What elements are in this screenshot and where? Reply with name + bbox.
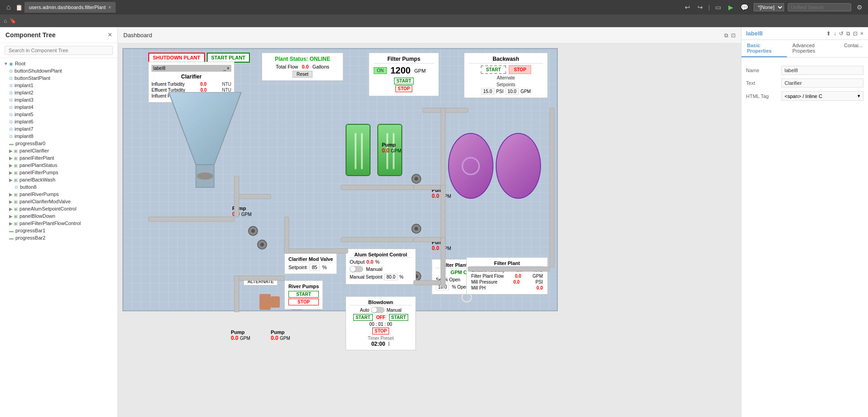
page-icon: 📋 xyxy=(15,4,23,11)
panelclarifier-icon: ▣ xyxy=(14,148,18,153)
duplicate-icon[interactable]: ⧉ xyxy=(724,32,728,39)
expand-filterplant-icon[interactable]: ▶ xyxy=(9,156,13,161)
expand-icon[interactable]: ⊡ xyxy=(731,32,736,39)
expand-root-icon[interactable]: ▼ xyxy=(4,61,8,66)
filter-pumps-on-button[interactable]: ON xyxy=(374,67,387,74)
tree-item-root[interactable]: ▼ ◉ Root xyxy=(0,60,117,67)
river-pumps-panel: River Pumps START STOP xyxy=(284,280,323,309)
tree-item-implant6[interactable]: ⊙ implant6 xyxy=(0,118,117,125)
tree-item-panelblowdown[interactable]: ▶ ▣ panelBlowDown xyxy=(0,212,117,220)
blowdown-stop-button[interactable]: STOP xyxy=(372,328,389,334)
chat-icon[interactable]: 💬 xyxy=(739,3,750,12)
tree-item-start[interactable]: ⊙ buttonStartPlant xyxy=(0,74,117,82)
start-plant-button[interactable]: START PLANT xyxy=(207,53,250,63)
river-pumps-start-button[interactable]: START xyxy=(288,291,319,298)
tree-item-implant3[interactable]: ⊙ implant3 xyxy=(0,96,117,103)
plant-status-panel: Plant Status: ONLINE Total Flow 0.0 Gall… xyxy=(262,53,343,81)
expand-blowdown-icon[interactable]: ▶ xyxy=(9,214,13,219)
backwash-start-button[interactable]: START xyxy=(481,65,507,74)
home-icon[interactable]: ⌂ xyxy=(4,2,14,12)
tree-item-button8[interactable]: ⊙ button8 xyxy=(0,183,117,191)
refresh-icon[interactable]: ↺ xyxy=(839,30,844,37)
home-second-icon[interactable]: ⌂ xyxy=(4,18,7,24)
reset-button[interactable]: Reset xyxy=(293,71,312,78)
screen-icon[interactable]: ▭ xyxy=(713,3,723,12)
tree-item-panelfilterpumps[interactable]: ▶ ▣ panelFilterPumps xyxy=(0,169,117,176)
tree-item-panelriverpumps[interactable]: ▶ ▣ panelRiverPumps xyxy=(0,191,117,198)
expand-backwash-icon[interactable]: ▶ xyxy=(9,177,13,182)
tree-item-implant4[interactable]: ⊙ implant4 xyxy=(0,103,117,111)
clarifier-close-icon[interactable]: × xyxy=(227,66,229,71)
tab-close-icon[interactable]: × xyxy=(108,5,111,10)
redo-button[interactable]: ↪ xyxy=(696,3,705,12)
tree-item-panelflowcontrol[interactable]: ▶ ▣ panelFilterPlantFlowControl xyxy=(0,220,117,227)
tree-item-shutdown[interactable]: ⊙ buttonShutdownPlant xyxy=(0,67,117,74)
tree-item-implant1[interactable]: ⊙ implant1 xyxy=(0,82,117,89)
alum-toggle[interactable] xyxy=(350,266,363,272)
settings-gear-icon[interactable]: ⚙ xyxy=(855,3,864,12)
alum-output-unit: % xyxy=(375,259,380,265)
timer-value-row: 02:00 ℹ xyxy=(350,341,412,347)
active-tab[interactable]: users.admin.dashboards.filterPlant × xyxy=(24,2,116,13)
canvas-toolbar: Dashboard ⧉ ⊡ xyxy=(118,27,741,44)
alternate-button[interactable]: ALTERNATE xyxy=(244,278,278,285)
upload-icon[interactable]: ⬆ xyxy=(826,30,831,37)
svg-rect-26 xyxy=(423,108,468,113)
expand-clarifier-icon[interactable]: ▶ xyxy=(9,148,13,153)
expand-riverpumps-icon[interactable]: ▶ xyxy=(9,192,13,197)
filter-pumps-start-button[interactable]: START xyxy=(394,78,414,84)
clarifier-minimize-icon[interactable]: _ xyxy=(224,66,226,71)
html-tag-select[interactable]: <span> / Inline C ▾ xyxy=(781,91,863,101)
backwash-stop-button[interactable]: STOP xyxy=(509,65,531,74)
expand-modvalve-icon[interactable]: ▶ xyxy=(9,199,13,204)
river-pumps-stop-button[interactable]: STOP xyxy=(288,299,319,305)
filter-pumps-flow-value: 1200 xyxy=(390,65,411,76)
pump-indicator-1: Pump 0.0 GPM xyxy=(382,142,401,154)
blowdown-start2-button[interactable]: START xyxy=(389,314,409,321)
expand-flowcontrol-icon[interactable]: ▶ xyxy=(9,221,13,226)
tree-item-progressbar0[interactable]: ▬ progressBar0 xyxy=(0,140,117,147)
unified-search-input[interactable] xyxy=(788,3,851,11)
close-props-icon[interactable]: × xyxy=(860,30,863,37)
undo-button[interactable]: ↩ xyxy=(683,3,692,12)
blowdown-control-row: START OFF START xyxy=(350,314,412,321)
tree-item-progressbar1[interactable]: ▬ progressBar1 xyxy=(0,227,117,234)
shutdown-plant-button[interactable]: SHUTDOWN PLANT xyxy=(148,53,205,63)
tree-item-implant5[interactable]: ⊙ implant5 xyxy=(0,111,117,118)
download-icon[interactable]: ↓ xyxy=(834,30,836,37)
sidebar-close-icon[interactable]: × xyxy=(108,31,112,39)
tab-container[interactable]: Contai... xyxy=(839,40,868,57)
text-value[interactable]: Clarifier xyxy=(781,78,863,88)
pump-circle-4 xyxy=(248,226,258,236)
tree-item-progressbar2[interactable]: ▬ progressBar2 xyxy=(0,234,117,241)
expand-alum-icon[interactable]: ▶ xyxy=(9,206,13,211)
tree-label-progressbar0: progressBar0 xyxy=(15,141,45,146)
props-tabs: Basic Properties Advanced Properties Con… xyxy=(741,40,868,58)
name-value[interactable]: label8 xyxy=(781,66,863,75)
tree-item-panelalum[interactable]: ▶ ▣ paneAlumSetpointControl xyxy=(0,205,117,212)
expand-filterpumps-icon[interactable]: ▶ xyxy=(9,170,13,175)
bookmark-icon[interactable]: 🔖 xyxy=(10,18,16,24)
play-button[interactable]: ▶ xyxy=(727,3,735,12)
collapse-icon[interactable]: ⊡ xyxy=(853,30,858,37)
tree-item-panelclarifier[interactable]: ▶ ▣ panelClarifier xyxy=(0,147,117,154)
tree-item-panelfilterplant[interactable]: ▶ ▣ panelFilterPlant xyxy=(0,154,117,162)
filter-pumps-stop-button[interactable]: STOP xyxy=(395,85,412,92)
tree-item-panelclarifiermodvalve[interactable]: ▶ ▣ panelClarifierModValve xyxy=(0,198,117,205)
tree-item-panelbackwash[interactable]: ▶ ▣ panelBackWash xyxy=(0,176,117,183)
tree-item-implant8[interactable]: ⊙ implant8 xyxy=(0,132,117,140)
sidebar-search-input[interactable] xyxy=(5,46,113,55)
tree-item-implant2[interactable]: ⊙ implant2 xyxy=(0,89,117,96)
tab-advanced-properties[interactable]: Advanced Properties xyxy=(787,40,839,57)
duplicate-props-icon[interactable]: ⧉ xyxy=(846,30,850,37)
properties-panel: label8 ⬆ ↓ ↺ ⧉ ⊡ × Basic Properties Adva… xyxy=(741,27,868,417)
expand-plantstatus-icon[interactable]: ▶ xyxy=(9,163,13,168)
timer-info-icon[interactable]: ℹ xyxy=(388,341,390,347)
tree-item-implant7[interactable]: ⊙ implant7 xyxy=(0,125,117,132)
blowdown-start-button[interactable]: START xyxy=(353,314,373,321)
blowdown-auto-manual-toggle[interactable] xyxy=(371,307,385,313)
tab-basic-properties[interactable]: Basic Properties xyxy=(741,40,787,57)
none-select[interactable]: *[None] xyxy=(754,3,784,11)
fp-flow-label: Filter Plant Flow xyxy=(471,274,504,279)
tree-item-panelplantstatus[interactable]: ▶ ▣ panelPlantStatus xyxy=(0,162,117,169)
